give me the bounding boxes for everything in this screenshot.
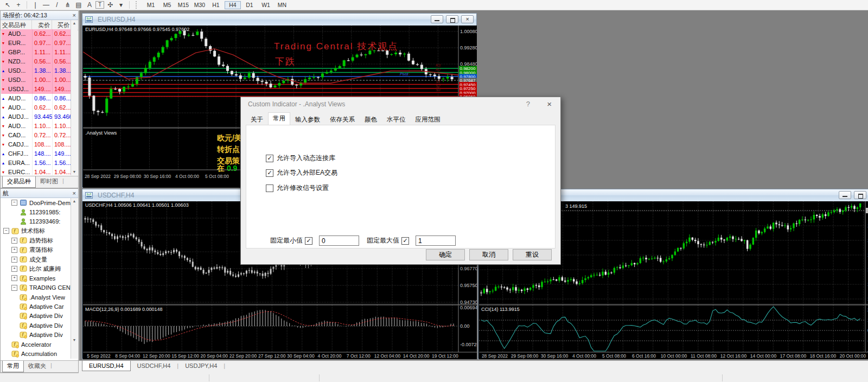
equidistant-channel-icon[interactable]: ⋔ [63, 1, 73, 10]
fixed-max-checkbox[interactable]: ✓ [401, 237, 409, 245]
timeframe-m1[interactable]: M1 [143, 1, 158, 9]
collapse-icon[interactable]: − [11, 285, 17, 291]
navigator-item[interactable]: fAdaptive Div [1, 311, 71, 321]
market-watch-row[interactable]: ▴AUD...0.86...0.86... [1, 94, 78, 103]
market-watch-row[interactable]: ▾AUD...1.10...1.10... [1, 122, 78, 131]
navigator-item[interactable]: 112391985: [1, 207, 71, 217]
market-watch-scrollbar[interactable]: ▲▼ [71, 20, 78, 175]
checkbox[interactable] [266, 184, 273, 192]
navigator-item[interactable]: +f震荡指标 [1, 245, 71, 254]
timeframe-h4[interactable]: H4 [225, 1, 241, 9]
collapse-icon[interactable]: − [11, 200, 17, 206]
timeframe-h1[interactable]: H1 [208, 1, 224, 9]
help-icon[interactable]: ? [526, 97, 530, 111]
close-icon[interactable]: × [547, 97, 552, 111]
navigator-item[interactable]: +fExamples [1, 273, 71, 283]
dialog-tab-1[interactable]: 常用 [268, 112, 290, 126]
expand-icon[interactable]: + [11, 257, 17, 263]
text-icon[interactable]: A [85, 1, 94, 10]
restore-button[interactable] [854, 191, 866, 199]
navigator-scrollbar[interactable]: ▲▼ [71, 198, 78, 359]
column-header-1[interactable]: 卖价 [32, 20, 52, 30]
market-watch-tab-1[interactable]: 即时图 [36, 176, 62, 187]
dialog-tab-2[interactable]: 输入参数 [290, 113, 325, 125]
column-header-2[interactable]: 买价 [52, 20, 72, 30]
expand-icon[interactable]: + [11, 247, 17, 253]
navigator-item[interactable]: −fTRADING CENTI [1, 283, 71, 292]
scroll-down-icon[interactable]: ▼ [71, 337, 78, 343]
restore-button[interactable] [446, 15, 458, 23]
navigator-tab-0[interactable]: 常用 [2, 361, 24, 372]
scroll-up-icon[interactable]: ▲ [71, 20, 78, 27]
dialog-tab-0[interactable]: 关于 [246, 113, 268, 125]
collapse-icon[interactable]: − [3, 228, 9, 234]
navigator-item[interactable]: fAdaptive Div [1, 330, 71, 339]
dialog-tab-4[interactable]: 颜色 [360, 113, 382, 125]
market-watch-row[interactable]: ▴AUDJ...93.44593.466 [1, 112, 78, 122]
navigator-item[interactable]: fAdaptive Div [1, 321, 71, 330]
dialog-tab-6[interactable]: 应用范围 [411, 113, 445, 125]
minimize-button[interactable] [839, 191, 851, 199]
reset-button[interactable]: 重设 [513, 249, 552, 260]
expand-icon[interactable]: + [11, 275, 17, 281]
navigator-item[interactable]: fAccelerator [1, 340, 71, 349]
timeframe-w1[interactable]: W1 [258, 1, 273, 9]
close-button[interactable]: × [461, 15, 474, 23]
dialog-tab-5[interactable]: 水平位 [382, 113, 411, 125]
market-watch-row[interactable]: ▾USD...1.00...1.00... [1, 75, 78, 85]
market-watch-row[interactable]: ▾EURC...1.04...1.04... [1, 168, 78, 175]
navigator-item[interactable]: fAccumulation [1, 349, 71, 358]
fixed-max-input[interactable] [416, 235, 456, 246]
vertical-line-icon[interactable]: | [30, 1, 40, 10]
expand-icon[interactable]: + [11, 266, 17, 272]
navigator-item[interactable]: 112393469: [1, 217, 71, 226]
fixed-min-input[interactable] [319, 235, 359, 246]
market-watch-row[interactable]: ▴EURA...1.56...1.56... [1, 158, 78, 168]
checkbox-checked[interactable]: ✓ [266, 169, 273, 177]
minimize-button[interactable] [431, 15, 443, 23]
ok-button[interactable]: 确定 [426, 249, 465, 260]
market-watch-row[interactable]: ▾CAD...0.72...0.72... [1, 131, 78, 140]
market-watch-row[interactable]: ▾CADJ...108....108.... [1, 140, 78, 149]
column-header-0[interactable]: 交易品种 [1, 20, 32, 30]
navigator-tab-1[interactable]: 收藏夹 [24, 361, 50, 372]
timeframe-m5[interactable]: M5 [159, 1, 175, 9]
fibonacci-icon[interactable]: ▤ [74, 1, 84, 10]
dropdown-arrow-icon[interactable]: ▾ [116, 1, 126, 10]
custom-indicator-dialog[interactable]: Custom Indicator - .Analyst Views ? × 关于… [240, 97, 561, 265]
market-watch-tab-0[interactable]: 交易品种 [2, 176, 36, 188]
close-icon[interactable]: × [73, 11, 76, 20]
navigator-item[interactable]: fAdaptive Car [1, 302, 71, 311]
eurusd-titlebar[interactable]: EURUSD,H4 × [82, 14, 476, 26]
crosshair-icon[interactable]: + [14, 1, 23, 10]
navigator-item[interactable]: f.Analyst View [1, 292, 71, 302]
market-watch-row[interactable]: ▾AUD...0.62...0.62... [1, 29, 78, 39]
fixed-min-checkbox[interactable]: ✓ [305, 237, 312, 245]
chart-tab-usdjpy-h4[interactable]: USDJPY,H4 [178, 361, 224, 371]
chart-tab-eurusd-h4[interactable]: EURUSD,H4 [82, 361, 131, 371]
dialog-tab-3[interactable]: 依存关系 [325, 113, 360, 125]
cancel-button[interactable]: 取消 [469, 249, 508, 260]
navigator-item[interactable]: +f比尔 威廉姆 [1, 264, 71, 273]
checkbox-checked[interactable]: ✓ [266, 155, 273, 162]
toolbar-grip[interactable] [136, 1, 139, 9]
horizontal-line-icon[interactable]: — [41, 1, 51, 10]
cursor-icon[interactable]: ↖ [3, 1, 12, 10]
timeframe-m15[interactable]: M15 [176, 1, 191, 9]
market-watch-row[interactable]: ▾NZD...0.56...0.56... [1, 57, 78, 66]
scroll-up-icon[interactable]: ▲ [71, 198, 78, 205]
arrows-icon[interactable]: ✣ [105, 1, 115, 10]
timeframe-m30[interactable]: M30 [192, 1, 207, 9]
market-watch-row[interactable]: ▾USDJ...149....149.... [1, 85, 78, 94]
expand-icon[interactable]: + [11, 238, 17, 244]
close-icon[interactable]: × [73, 189, 76, 198]
navigator-item[interactable]: +f趋势指标 [1, 236, 71, 245]
navigator-item[interactable]: −DooPrime-Demo [1, 198, 71, 207]
trendline-icon[interactable]: / [52, 1, 62, 10]
navigator-item[interactable]: +f成交量 [1, 254, 71, 264]
market-watch-row[interactable]: ▴CHFJ...148....149.... [1, 149, 78, 158]
text-label-icon[interactable]: T [95, 1, 104, 9]
timeframe-d1[interactable]: D1 [242, 1, 257, 9]
dialog-titlebar[interactable]: Custom Indicator - .Analyst Views ? × [241, 97, 560, 111]
market-watch-row[interactable]: ▾EUR...0.97...0.97... [1, 39, 78, 48]
